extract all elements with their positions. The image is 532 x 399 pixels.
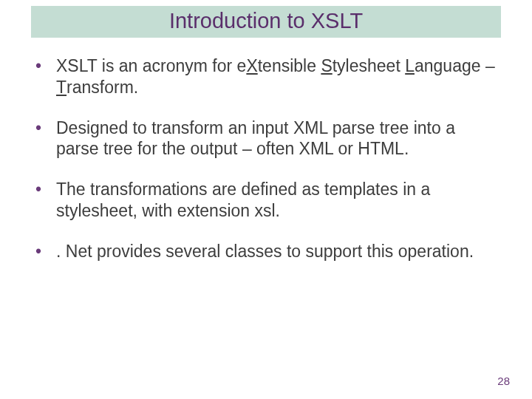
bullet-list: XSLT is an acronym for eXtensible Styles… bbox=[31, 55, 501, 262]
page-number: 28 bbox=[497, 375, 510, 387]
underline-letter: S bbox=[321, 56, 332, 75]
bullet-text: Designed to transform an input XML parse… bbox=[56, 118, 455, 159]
bullet-item: The transformations are defined as templ… bbox=[31, 179, 501, 222]
bullet-item: XSLT is an acronym for eXtensible Styles… bbox=[31, 55, 501, 98]
bullet-text: XSLT is an acronym for e bbox=[56, 56, 246, 75]
bullet-text: anguage – bbox=[415, 56, 495, 75]
bullet-text: tensible bbox=[258, 56, 321, 75]
bullet-text: ransform. bbox=[66, 78, 138, 97]
title-bar: Introduction to XSLT bbox=[31, 6, 501, 38]
underline-letter: T bbox=[56, 78, 66, 97]
bullet-text: . Net provides several classes to suppor… bbox=[56, 242, 474, 261]
bullet-text: tylesheet bbox=[332, 56, 405, 75]
underline-letter: X bbox=[246, 56, 257, 75]
slide-content: XSLT is an acronym for eXtensible Styles… bbox=[0, 38, 532, 262]
underline-letter: L bbox=[405, 56, 415, 75]
bullet-item: . Net provides several classes to suppor… bbox=[31, 241, 501, 262]
bullet-text: The transformations are defined as templ… bbox=[56, 180, 430, 220]
slide-title: Introduction to XSLT bbox=[31, 9, 501, 33]
bullet-item: Designed to transform an input XML parse… bbox=[31, 117, 501, 160]
